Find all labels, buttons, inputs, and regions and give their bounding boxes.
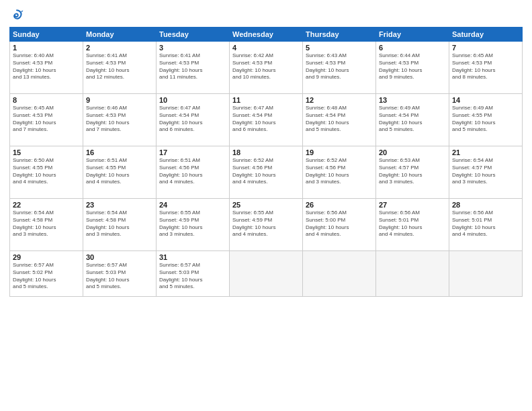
table-row: 28 Sunrise: 6:56 AM Sunset: 5:01 PM Dayl… [449, 199, 523, 251]
table-row: 13 Sunrise: 6:49 AM Sunset: 4:54 PM Dayl… [376, 94, 449, 146]
table-row: 26 Sunrise: 6:56 AM Sunset: 5:00 PM Dayl… [303, 199, 376, 251]
table-row: 21 Sunrise: 6:54 AM Sunset: 4:57 PM Dayl… [449, 146, 523, 199]
table-row: 31 Sunrise: 6:57 AM Sunset: 5:03 PM Dayl… [157, 251, 230, 297]
table-row [449, 251, 523, 297]
day-number: 18 [232, 148, 300, 156]
day-number: 13 [379, 96, 446, 104]
day-number: 14 [452, 96, 519, 104]
day-info: Sunrise: 6:56 AM Sunset: 5:00 PM Dayligh… [306, 210, 373, 238]
day-number: 5 [306, 44, 373, 52]
calendar-page: Sunday Monday Tuesday Wednesday Thursday… [0, 0, 532, 411]
day-info: Sunrise: 6:49 AM Sunset: 4:54 PM Dayligh… [379, 105, 446, 134]
table-row: 14 Sunrise: 6:49 AM Sunset: 4:55 PM Dayl… [449, 94, 523, 146]
day-number: 12 [306, 96, 373, 104]
day-number: 6 [379, 44, 446, 52]
table-row [230, 251, 303, 297]
day-number: 31 [159, 253, 226, 261]
day-number: 26 [306, 201, 373, 209]
logo-icon [9, 8, 24, 23]
header [9, 8, 523, 23]
day-number: 19 [306, 148, 373, 156]
table-row: 3 Sunrise: 6:41 AM Sunset: 4:53 PM Dayli… [157, 42, 230, 94]
day-number: 24 [159, 201, 226, 209]
table-row: 2 Sunrise: 6:41 AM Sunset: 4:53 PM Dayli… [83, 42, 157, 94]
table-row: 16 Sunrise: 6:51 AM Sunset: 4:55 PM Dayl… [83, 146, 157, 199]
day-info: Sunrise: 6:48 AM Sunset: 4:54 PM Dayligh… [306, 105, 373, 134]
day-info: Sunrise: 6:45 AM Sunset: 4:53 PM Dayligh… [452, 52, 519, 81]
day-info: Sunrise: 6:54 AM Sunset: 4:57 PM Dayligh… [452, 157, 519, 186]
day-number: 22 [13, 201, 80, 209]
day-info: Sunrise: 6:54 AM Sunset: 4:58 PM Dayligh… [13, 210, 80, 238]
day-number: 25 [232, 201, 300, 209]
table-row: 5 Sunrise: 6:43 AM Sunset: 4:53 PM Dayli… [303, 42, 376, 94]
day-number: 1 [13, 44, 80, 52]
table-row: 9 Sunrise: 6:46 AM Sunset: 4:53 PM Dayli… [83, 94, 157, 146]
table-row: 4 Sunrise: 6:42 AM Sunset: 4:53 PM Dayli… [230, 42, 303, 94]
table-row: 23 Sunrise: 6:54 AM Sunset: 4:58 PM Dayl… [83, 199, 157, 251]
day-info: Sunrise: 6:44 AM Sunset: 4:53 PM Dayligh… [379, 52, 446, 81]
day-number: 27 [379, 201, 446, 209]
day-info: Sunrise: 6:53 AM Sunset: 4:57 PM Dayligh… [379, 157, 446, 186]
day-info: Sunrise: 6:55 AM Sunset: 4:59 PM Dayligh… [159, 210, 226, 238]
table-row: 30 Sunrise: 6:57 AM Sunset: 5:03 PM Dayl… [83, 251, 157, 297]
table-row: 7 Sunrise: 6:45 AM Sunset: 4:53 PM Dayli… [449, 42, 523, 94]
table-row: 22 Sunrise: 6:54 AM Sunset: 4:58 PM Dayl… [10, 199, 83, 251]
day-info: Sunrise: 6:45 AM Sunset: 4:53 PM Dayligh… [13, 105, 80, 134]
day-info: Sunrise: 6:57 AM Sunset: 5:03 PM Dayligh… [159, 262, 226, 291]
table-row: 20 Sunrise: 6:53 AM Sunset: 4:57 PM Dayl… [376, 146, 449, 199]
day-info: Sunrise: 6:51 AM Sunset: 4:55 PM Dayligh… [86, 157, 153, 186]
table-row [376, 251, 449, 297]
logo [9, 8, 27, 23]
table-row: 15 Sunrise: 6:50 AM Sunset: 4:55 PM Dayl… [10, 146, 83, 199]
day-info: Sunrise: 6:40 AM Sunset: 4:53 PM Dayligh… [13, 52, 80, 81]
day-info: Sunrise: 6:54 AM Sunset: 4:58 PM Dayligh… [86, 210, 153, 238]
day-info: Sunrise: 6:49 AM Sunset: 4:55 PM Dayligh… [452, 105, 519, 134]
table-row: 10 Sunrise: 6:47 AM Sunset: 4:54 PM Dayl… [157, 94, 230, 146]
table-row: 27 Sunrise: 6:56 AM Sunset: 5:01 PM Dayl… [376, 199, 449, 251]
day-info: Sunrise: 6:57 AM Sunset: 5:03 PM Dayligh… [86, 262, 153, 291]
table-row: 29 Sunrise: 6:57 AM Sunset: 5:02 PM Dayl… [10, 251, 83, 297]
col-monday: Monday [83, 28, 157, 42]
day-info: Sunrise: 6:55 AM Sunset: 4:59 PM Dayligh… [232, 210, 300, 238]
day-info: Sunrise: 6:50 AM Sunset: 4:55 PM Dayligh… [13, 157, 80, 186]
day-number: 2 [86, 44, 153, 52]
day-info: Sunrise: 6:56 AM Sunset: 5:01 PM Dayligh… [452, 210, 519, 238]
day-info: Sunrise: 6:42 AM Sunset: 4:53 PM Dayligh… [232, 52, 300, 81]
day-number: 11 [232, 96, 300, 104]
col-saturday: Saturday [449, 28, 523, 42]
day-number: 23 [86, 201, 153, 209]
col-sunday: Sunday [10, 28, 83, 42]
col-thursday: Thursday [303, 28, 376, 42]
day-info: Sunrise: 6:41 AM Sunset: 4:53 PM Dayligh… [86, 52, 153, 81]
table-row: 17 Sunrise: 6:51 AM Sunset: 4:56 PM Dayl… [157, 146, 230, 199]
calendar-table: Sunday Monday Tuesday Wednesday Thursday… [9, 27, 523, 297]
day-number: 20 [379, 148, 446, 156]
col-tuesday: Tuesday [157, 28, 230, 42]
day-number: 21 [452, 148, 519, 156]
day-number: 28 [452, 201, 519, 209]
day-number: 7 [452, 44, 519, 52]
day-info: Sunrise: 6:46 AM Sunset: 4:53 PM Dayligh… [86, 105, 153, 134]
day-number: 10 [159, 96, 226, 104]
day-info: Sunrise: 6:57 AM Sunset: 5:02 PM Dayligh… [13, 262, 80, 291]
col-wednesday: Wednesday [230, 28, 303, 42]
table-row: 11 Sunrise: 6:47 AM Sunset: 4:54 PM Dayl… [230, 94, 303, 146]
table-row: 6 Sunrise: 6:44 AM Sunset: 4:53 PM Dayli… [376, 42, 449, 94]
day-number: 29 [13, 253, 80, 261]
table-row: 18 Sunrise: 6:52 AM Sunset: 4:56 PM Dayl… [230, 146, 303, 199]
table-row: 25 Sunrise: 6:55 AM Sunset: 4:59 PM Dayl… [230, 199, 303, 251]
day-number: 17 [159, 148, 226, 156]
table-row [303, 251, 376, 297]
table-row: 8 Sunrise: 6:45 AM Sunset: 4:53 PM Dayli… [10, 94, 83, 146]
table-row: 24 Sunrise: 6:55 AM Sunset: 4:59 PM Dayl… [157, 199, 230, 251]
day-number: 9 [86, 96, 153, 104]
day-info: Sunrise: 6:47 AM Sunset: 4:54 PM Dayligh… [159, 105, 226, 134]
day-number: 30 [86, 253, 153, 261]
day-info: Sunrise: 6:52 AM Sunset: 4:56 PM Dayligh… [232, 157, 300, 186]
col-friday: Friday [376, 28, 449, 42]
table-row: 12 Sunrise: 6:48 AM Sunset: 4:54 PM Dayl… [303, 94, 376, 146]
day-info: Sunrise: 6:41 AM Sunset: 4:53 PM Dayligh… [159, 52, 226, 81]
day-info: Sunrise: 6:52 AM Sunset: 4:56 PM Dayligh… [306, 157, 373, 186]
day-number: 8 [13, 96, 80, 104]
day-info: Sunrise: 6:43 AM Sunset: 4:53 PM Dayligh… [306, 52, 373, 81]
